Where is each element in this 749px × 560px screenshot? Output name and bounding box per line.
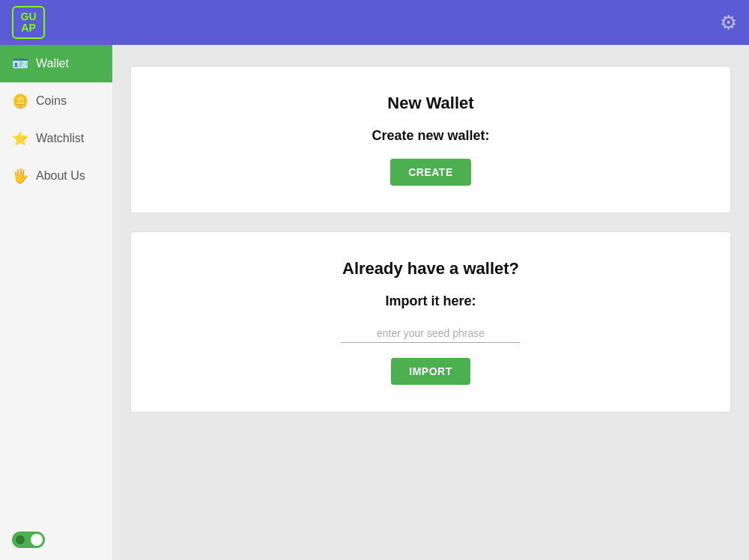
new-wallet-card: New Wallet Create new wallet: CREATE [130, 66, 731, 213]
new-wallet-title: New Wallet [387, 94, 473, 113]
main-content: New Wallet Create new wallet: CREATE Alr… [112, 45, 749, 560]
theme-toggle[interactable] [12, 532, 45, 548]
import-wallet-subtitle: Import it here: [385, 293, 476, 309]
body-row: 🪪 Wallet 🪙 Coins ⭐ Watchlist 🖐 About Us [0, 45, 749, 560]
create-wallet-button[interactable]: CREATE [390, 159, 471, 186]
star-icon: ⭐ [12, 130, 28, 147]
wallet-icon: 🪪 [12, 55, 28, 72]
sidebar-item-about[interactable]: 🖐 About Us [0, 157, 112, 195]
import-wallet-card: Already have a wallet? Import it here: I… [130, 231, 731, 413]
logo: GUAP [12, 6, 45, 39]
logo-text: GUAP [21, 11, 37, 34]
sidebar-item-wallet-label: Wallet [36, 57, 69, 70]
sidebar-bottom [0, 520, 112, 560]
sidebar-item-watchlist-label: Watchlist [36, 132, 84, 145]
sidebar-item-wallet[interactable]: 🪪 Wallet [0, 45, 112, 82]
sidebar-item-about-label: About Us [36, 169, 85, 183]
import-wallet-button[interactable]: IMPORT [391, 358, 470, 385]
sidebar-item-watchlist[interactable]: ⭐ Watchlist [0, 120, 112, 157]
sidebar: 🪪 Wallet 🪙 Coins ⭐ Watchlist 🖐 About Us [0, 45, 112, 560]
header: GUAP ⚙ [0, 0, 749, 45]
settings-icon[interactable]: ⚙ [720, 11, 737, 34]
toggle-dot [16, 535, 25, 544]
toggle-knob [31, 534, 43, 546]
coins-icon: 🪙 [12, 93, 28, 109]
theme-toggle-container [12, 532, 100, 548]
sidebar-item-coins-label: Coins [36, 94, 67, 108]
create-wallet-subtitle: Create new wallet: [372, 128, 489, 144]
sidebar-item-coins[interactable]: 🪙 Coins [0, 82, 112, 120]
seed-phrase-input[interactable] [341, 324, 521, 343]
import-wallet-title: Already have a wallet? [342, 259, 519, 279]
hand-icon: 🖐 [12, 168, 28, 184]
